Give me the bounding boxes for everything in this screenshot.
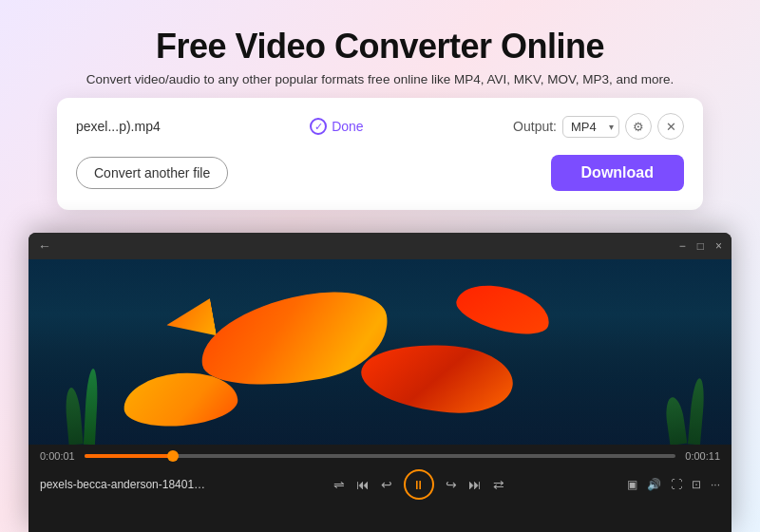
volume-icon[interactable]: 🔊 [647,478,661,491]
close-icon: ✕ [666,120,676,134]
no-repeat-icon[interactable]: ⇄ [493,477,504,492]
page-subtitle: Convert video/audio to any other popular… [19,72,741,86]
controls-bar: pexels-becca-anderson-1840110... ⇌ ⏮ ↩ ⏸… [28,462,732,507]
card-top-row: pexel...p).mp4 ✓ Done Output: MP4 AVI MK… [76,113,684,140]
media-player-window: ← − □ × 0:00:01 0: [28,233,732,532]
playback-controls: ⇌ ⏮ ↩ ⏸ ↪ ⏭ ⇄ [211,469,627,500]
skip-forward-icon[interactable]: ⏭ [468,477,482,492]
done-badge: ✓ Done [170,118,504,135]
time-total: 0:00:11 [685,450,720,462]
card-bottom-row: Convert another file Download [76,155,684,191]
file-name: pexel...p).mp4 [76,119,161,134]
convert-another-button[interactable]: Convert another file [76,157,228,189]
maximize-button[interactable]: □ [697,239,704,253]
more-icon[interactable]: ··· [711,478,720,491]
titlebar-right: − □ × [679,239,722,253]
screen-icon[interactable]: ▣ [627,478,637,491]
window-close-button[interactable]: × [715,239,722,253]
done-label: Done [332,119,363,134]
window-titlebar: ← − □ × [28,233,732,259]
titlebar-left: ← [38,238,51,254]
progress-section: 0:00:01 0:00:11 [28,445,732,462]
output-section: Output: MP4 AVI MKV MOV MP3 ⚙ ✕ [513,113,684,140]
format-wrapper[interactable]: MP4 AVI MKV MOV MP3 [562,116,619,138]
fast-forward-icon[interactable]: ↪ [446,477,457,492]
player-filename: pexels-becca-anderson-1840110... [40,478,211,491]
play-pause-button[interactable]: ⏸ [404,469,434,500]
shuffle-icon[interactable]: ⇌ [333,477,345,492]
progress-bar-container[interactable] [85,454,676,458]
page-header: Free Video Converter Online Convert vide… [0,0,760,98]
progress-knob[interactable] [167,450,179,462]
pause-icon: ⏸ [412,478,425,492]
video-scene [28,259,732,445]
settings-button[interactable]: ⚙ [625,113,652,140]
time-current: 0:00:01 [40,450,75,462]
right-controls: ▣ 🔊 ⛶ ⊡ ··· [627,478,720,491]
pip-icon[interactable]: ⊡ [692,478,701,491]
skip-back-icon[interactable]: ⏮ [356,477,370,492]
back-icon[interactable]: ← [38,238,51,254]
rewind-icon[interactable]: ↩ [381,477,392,492]
download-button[interactable]: Download [551,155,684,191]
check-icon: ✓ [310,118,327,135]
fullscreen-icon[interactable]: ⛶ [671,478,682,491]
page-title: Free Video Converter Online [19,27,741,66]
format-select[interactable]: MP4 AVI MKV MOV MP3 [562,116,619,138]
progress-bar-fill [85,454,173,458]
progress-row: 0:00:01 0:00:11 [40,450,720,462]
converter-card: pexel...p).mp4 ✓ Done Output: MP4 AVI MK… [57,98,703,210]
video-area [28,259,732,445]
settings-icon: ⚙ [633,120,644,134]
minimize-button[interactable]: − [679,239,686,253]
output-label: Output: [513,119,557,134]
close-button[interactable]: ✕ [657,113,684,140]
